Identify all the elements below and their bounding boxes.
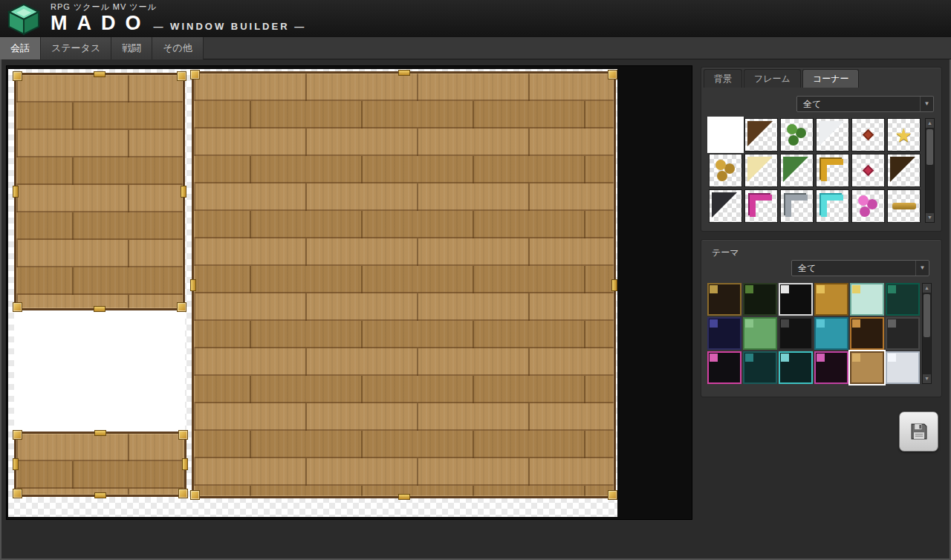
theme-corner-accent — [710, 285, 718, 293]
theme-filter-dropdown[interactable]: 全て ▼ — [791, 260, 929, 276]
theme-item-pink-dots[interactable] — [814, 351, 848, 384]
corner-item-ribbon[interactable] — [851, 154, 885, 187]
scroll-up-icon[interactable]: ▲ — [923, 284, 931, 293]
corner-grid-scrollbar[interactable]: ▲ ▼ — [925, 118, 935, 223]
scroll-thumb[interactable] — [926, 129, 933, 165]
canvas-region — [6, 65, 692, 520]
corner-item-green-leaf[interactable] — [780, 154, 814, 187]
chevron-down-icon: ▼ — [920, 97, 933, 111]
parts-tab-コーナー[interactable]: コーナー — [802, 69, 860, 88]
corner-item-cyan-frame[interactable] — [816, 189, 849, 223]
app-subtitle: RPG ツクール MV ツール — [51, 2, 306, 12]
dark-wood-corner-shape — [890, 157, 915, 182]
corner-item-dark-wood[interactable] — [887, 154, 921, 187]
nav-tab-その他[interactable]: その他 — [152, 37, 204, 59]
theme-item-navy[interactable] — [707, 317, 741, 350]
frame-edge-clamp — [182, 458, 188, 470]
corner-item-black-metal[interactable] — [709, 189, 742, 223]
parts-tab-bar: 背景フレームコーナー — [704, 69, 860, 88]
scroll-down-icon[interactable]: ▼ — [926, 213, 934, 222]
preview-window-small[interactable] — [14, 432, 186, 497]
corner-item-parchment[interactable] — [744, 154, 778, 187]
theme-panel: テーマ 全て ▼ ▲ ▼ — [701, 239, 942, 397]
corner-item-red-seal[interactable] — [851, 118, 885, 152]
theme-item-dark-wood-gold[interactable] — [707, 283, 741, 316]
steel-frame-corner-shape — [785, 195, 808, 217]
theme-item-black-pink[interactable] — [707, 351, 741, 384]
frame-corner-bracket — [608, 490, 617, 500]
theme-corner-accent — [745, 354, 753, 362]
gold-frame-corner-shape — [821, 159, 843, 181]
theme-item-pale-gray[interactable] — [886, 351, 920, 384]
theme-item-green-flat[interactable] — [743, 317, 777, 350]
theme-item-forest-black[interactable] — [743, 283, 777, 316]
corner-item-foliage[interactable] — [780, 118, 814, 152]
black-metal-corner-shape — [712, 192, 737, 218]
scroll-thumb[interactable] — [924, 294, 930, 337]
nav-tab-ステータス[interactable]: ステータス — [41, 37, 111, 59]
theme-item-mono-white[interactable] — [779, 283, 813, 316]
theme-item-black-cyan[interactable] — [779, 351, 813, 384]
corner-item-magenta-frame[interactable] — [744, 189, 778, 223]
corner-item-paper[interactable] — [816, 118, 849, 152]
theme-item-gray-dark[interactable] — [886, 317, 920, 350]
frame-edge-clamp — [13, 458, 19, 470]
scroll-up-icon[interactable]: ▲ — [926, 119, 934, 128]
green-leaf-corner-shape — [783, 157, 808, 182]
corner-item-pink-ornament[interactable] — [851, 189, 885, 223]
theme-corner-accent — [745, 319, 753, 328]
save-button[interactable] — [899, 411, 938, 452]
parts-tab-背景[interactable]: 背景 — [704, 69, 742, 88]
theme-label: テーマ — [712, 247, 739, 259]
theme-item-wood[interactable] — [850, 351, 884, 384]
parchment-corner-shape — [747, 157, 773, 182]
pink-ornament-ornament-shape — [858, 195, 869, 206]
ribbon-mark-shape — [863, 165, 874, 177]
theme-corner-accent — [781, 354, 789, 362]
theme-corner-accent — [852, 319, 860, 328]
nav-tab-会話[interactable]: 会話 — [0, 37, 41, 59]
app-title: MADO — [51, 12, 151, 35]
theme-corner-accent — [817, 354, 825, 362]
frame-corner-bracket — [190, 70, 200, 79]
corner-item-gold-bar[interactable] — [887, 189, 921, 223]
frame-edge-clamp — [94, 430, 106, 436]
artboard[interactable] — [8, 69, 617, 517]
nav-tab-戦闘[interactable]: 戦闘 — [111, 37, 152, 59]
corner-grid: ★ — [709, 118, 921, 223]
frame-edge-clamp — [94, 306, 106, 312]
scroll-down-icon[interactable]: ▼ — [923, 374, 931, 383]
theme-item-dark-teal[interactable] — [886, 283, 920, 316]
corner-item-blank[interactable] — [709, 118, 742, 152]
theme-item-black-weave[interactable] — [779, 317, 813, 350]
frame-corner-bracket — [13, 71, 22, 81]
cyan-frame-corner-shape — [821, 195, 843, 217]
parts-panel: 背景フレームコーナー 全て ▼ ★ ▲ ▼ — [701, 67, 942, 232]
parts-tab-フレーム[interactable]: フレーム — [744, 69, 801, 88]
frame-corner-bracket — [177, 302, 186, 312]
theme-item-amber-dark[interactable] — [850, 317, 884, 350]
gold-bar-bar-shape — [892, 203, 916, 209]
corner-item-star[interactable]: ★ — [887, 118, 921, 152]
frame-corner-bracket — [13, 489, 22, 498]
star-icon: ★ — [895, 126, 912, 145]
corner-item-gold-ornate[interactable] — [709, 154, 742, 187]
theme-corner-accent — [817, 319, 825, 328]
frame-corner-bracket — [190, 490, 200, 500]
theme-item-pale-teal-star[interactable] — [850, 283, 884, 316]
theme-grid-scrollbar[interactable]: ▲ ▼ — [922, 283, 932, 384]
corner-filter-dropdown[interactable]: 全て ▼ — [796, 96, 934, 112]
foliage-ornament-shape — [787, 124, 797, 134]
preview-window-tall[interactable] — [14, 73, 185, 310]
frame-edge-clamp — [190, 279, 196, 291]
theme-item-orange-gold[interactable] — [814, 283, 848, 316]
red-seal-mark-shape — [863, 129, 874, 141]
corner-item-steel-frame[interactable] — [780, 189, 814, 223]
theme-item-cyan[interactable] — [814, 317, 848, 350]
floppy-icon — [909, 421, 929, 442]
preview-window-large[interactable] — [192, 71, 616, 498]
corner-item-wood-gold[interactable] — [744, 118, 778, 152]
theme-item-deep-teal[interactable] — [743, 351, 777, 384]
frame-edge-clamp — [611, 279, 617, 291]
corner-item-gold-frame[interactable] — [816, 154, 849, 187]
